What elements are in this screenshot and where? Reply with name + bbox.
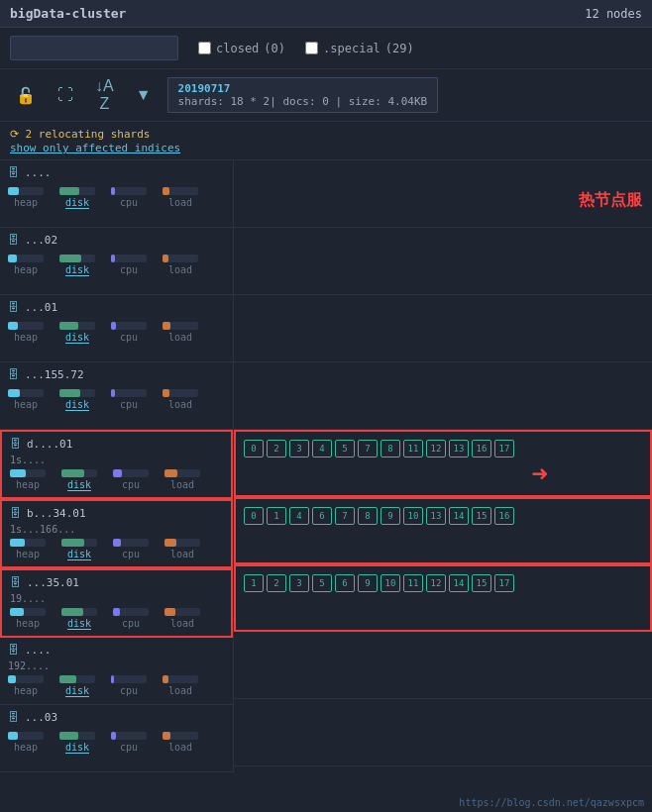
shard-box[interactable]: 11 — [403, 574, 423, 592]
shard-box[interactable]: 4 — [312, 440, 332, 457]
shard-box[interactable]: 16 — [472, 440, 491, 457]
node-icon: 🗄 — [8, 301, 19, 314]
shard-box[interactable]: 3 — [289, 574, 309, 592]
shards-panel-highlighted: 0 1 4 6 7 8 9 10 13 14 15 16 — [234, 497, 652, 564]
dropdown-btn[interactable]: ▼ — [130, 84, 158, 106]
node-count: 12 nodes — [585, 7, 642, 21]
sort-az-btn[interactable]: ↓AZ — [89, 75, 120, 115]
shard-box[interactable]: 15 — [472, 574, 491, 592]
node-stats: heap disk cpu load — [10, 604, 223, 630]
shard-box[interactable]: 12 — [426, 574, 446, 592]
node-name: ...02 — [25, 234, 64, 247]
shard-box[interactable]: 2 — [267, 574, 286, 592]
shard-box[interactable]: 8 — [358, 507, 378, 525]
node-row: 🗄 ...03 heap disk cpu load — [0, 705, 233, 772]
disk-label: disk — [65, 197, 89, 209]
load-label: load — [168, 197, 192, 208]
relocating-info: ⟳ 2 relocating shards show only affected… — [0, 122, 652, 160]
node-stats: heap disk cpu load — [8, 385, 225, 411]
shards-panel-empty — [234, 228, 652, 295]
node-stats: heap disk cpu load — [10, 465, 223, 491]
shard-box[interactable]: 2 — [267, 440, 286, 457]
cpu-label: cpu — [120, 332, 138, 343]
node-name: b...34.01 — [27, 507, 86, 520]
node-name: ...155.72 — [25, 368, 84, 381]
closed-filter[interactable]: closed (0) — [198, 42, 285, 55]
heap-label: heap — [14, 399, 38, 410]
closed-label: closed — [216, 42, 259, 55]
heap-label: heap — [14, 197, 38, 208]
closed-checkbox[interactable] — [198, 42, 211, 54]
load-label: load — [170, 479, 194, 490]
search-input[interactable] — [10, 36, 178, 60]
shard-box[interactable]: 13 — [426, 507, 446, 525]
shard-box[interactable]: 7 — [358, 440, 378, 457]
shard-box[interactable]: 8 — [380, 440, 400, 457]
node-row: 🗄 .... heap disk cpu load — [0, 160, 233, 228]
node-row: 🗄 ...01 heap disk cpu load — [0, 295, 233, 362]
node-row-highlighted: 🗄 ...35.01 19.... heap disk cpu load — [0, 568, 233, 638]
load-label: load — [168, 399, 192, 410]
shard-box[interactable]: 6 — [312, 507, 332, 525]
shard-box[interactable]: 5 — [312, 574, 332, 592]
right-panel: 热节点服 ➜ 0 2 3 4 5 7 8 11 12 13 16 17 — [234, 160, 652, 772]
shard-box[interactable]: 17 — [494, 440, 514, 457]
shard-box[interactable]: 11 — [403, 440, 423, 457]
node-icon: 🗄 — [8, 644, 19, 657]
shards-panel-empty — [234, 632, 652, 699]
closed-count: (0) — [264, 42, 285, 55]
disk-label: disk — [65, 742, 89, 754]
shard-box[interactable]: 3 — [289, 440, 309, 457]
shard-box[interactable]: 9 — [358, 574, 378, 592]
node-icon: 🗄 — [10, 507, 21, 520]
shard-box[interactable]: 1 — [267, 507, 286, 525]
node-icon: 🗄 — [8, 234, 19, 247]
shard-box[interactable]: 4 — [289, 507, 309, 525]
node-name: ...01 — [25, 301, 64, 314]
shard-box[interactable]: 7 — [335, 507, 355, 525]
shard-box[interactable]: 10 — [403, 507, 423, 525]
special-filter[interactable]: .special (29) — [305, 42, 414, 55]
hot-node-label: 热节点服 — [579, 190, 642, 211]
special-checkbox[interactable] — [305, 42, 318, 54]
shard-box[interactable]: 9 — [380, 507, 400, 525]
shard-box[interactable]: 12 — [426, 440, 446, 457]
node-ip: 1s...166... — [10, 524, 223, 535]
shard-box[interactable]: 17 — [494, 574, 514, 592]
disk-label: disk — [67, 549, 91, 560]
shard-box[interactable]: 15 — [472, 507, 491, 525]
shard-box[interactable]: 1 — [244, 574, 264, 592]
node-stats: heap disk cpu load — [8, 251, 225, 276]
shard-box[interactable]: 6 — [335, 574, 355, 592]
shard-box[interactable]: 0 — [244, 440, 264, 457]
cpu-label: cpu — [122, 549, 140, 559]
node-row: 🗄 ...02 heap disk cpu load — [0, 228, 233, 295]
shard-box[interactable]: 0 — [244, 507, 264, 525]
shard-box[interactable]: 5 — [335, 440, 355, 457]
toolbar: 🔓 ⛶ ↓AZ ▼ 20190717 shards: 18 * 2| docs:… — [0, 69, 652, 122]
node-row-highlighted: 🗄 d....01 1s.... heap disk cpu load — [0, 430, 233, 499]
load-label: load — [170, 618, 194, 629]
node-stats: heap disk cpu load — [8, 318, 225, 344]
expand-icon-btn[interactable]: ⛶ — [52, 84, 79, 106]
node-stats: heap disk cpu load — [8, 183, 225, 209]
node-name: ...03 — [25, 711, 57, 724]
heap-label: heap — [16, 479, 40, 490]
special-label: .special — [323, 42, 380, 55]
node-name: .... — [25, 166, 70, 179]
node-ip: 1s.... — [10, 455, 223, 465]
relocating-text: ⟳ 2 relocating shards — [10, 128, 150, 141]
disk-label: disk — [67, 618, 91, 630]
shard-box[interactable]: 16 — [494, 507, 514, 525]
shard-box[interactable]: 14 — [449, 507, 469, 525]
disk-label: disk — [65, 399, 89, 411]
shard-box[interactable]: 13 — [449, 440, 469, 457]
affected-link[interactable]: show only affected indices — [10, 142, 180, 154]
heap-label: heap — [16, 618, 40, 629]
shard-box[interactable]: 14 — [449, 574, 469, 592]
lock-icon-btn[interactable]: 🔓 — [10, 84, 42, 107]
index-details: shards: 18 * 2| docs: 0 | size: 4.04KB — [178, 95, 428, 108]
shard-box[interactable]: 10 — [380, 574, 400, 592]
node-name: ...35.01 — [27, 576, 79, 589]
node-icon: 🗄 — [8, 166, 19, 179]
